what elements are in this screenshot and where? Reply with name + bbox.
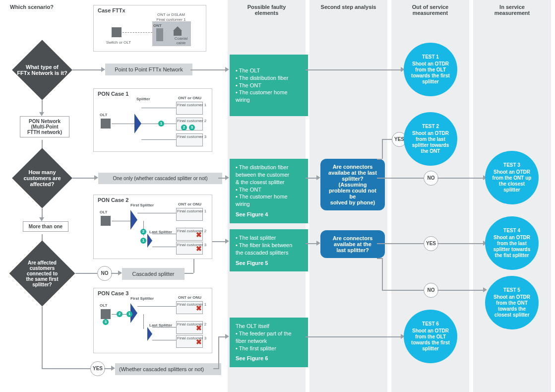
conn: [104, 368, 111, 369]
branch-p2p: Point to Point FTTx Network: [105, 64, 192, 75]
marker-icon: 2: [140, 229, 146, 235]
faulty-3: • The last splitter • The fiber link bet…: [230, 229, 308, 271]
arrow-icon: [483, 287, 487, 292]
arrow-icon: [225, 239, 229, 244]
branch-cascaded: Cascaded splitter: [122, 268, 185, 280]
label: ONT or ONU: [178, 295, 201, 300]
marker-icon: 1: [140, 238, 146, 244]
case-pon3-title: PON Case 3: [98, 290, 128, 296]
fault-icon: ✖: [196, 324, 202, 332]
label: Final customer 2: [177, 229, 206, 233]
marker-icon: 3: [189, 125, 195, 131]
faulty-2: • The distribution fiber between the cus…: [230, 159, 308, 223]
hdr-faulty: Possible faulty elements: [228, 4, 306, 16]
fiber-line: [141, 139, 176, 140]
faulty-1: • The OLT • The distribution fiber • The…: [230, 55, 308, 116]
label: Switch or OLT: [104, 40, 133, 45]
conn: [218, 336, 225, 337]
conn: [377, 258, 382, 259]
fiber-line: [137, 306, 176, 307]
hdr-second: Second step analysis: [309, 4, 387, 10]
branch-yes: YES: [90, 361, 105, 376]
faulty-4-see: See Figure 6: [236, 355, 302, 362]
test-3: TEST 3Shoot an OTDR from the ONT up the …: [485, 151, 539, 204]
olt-icon: [101, 119, 111, 129]
conn: [218, 178, 225, 179]
test-3-title: TEST 3: [493, 162, 532, 168]
arrow-icon: [225, 175, 229, 180]
fault-icon: ✖: [196, 338, 202, 346]
fault-icon: ✖: [196, 245, 202, 253]
fiber-line: [112, 221, 130, 221]
faulty-4: The OLT itself • The feeder part of the …: [230, 318, 308, 367]
splitter-icon: [147, 327, 152, 341]
conn: [72, 178, 94, 179]
fiber-line: [143, 314, 144, 329]
faulty-4-text: The OLT itself • The feeder part of the …: [236, 323, 302, 352]
conn: [382, 139, 383, 159]
test-6-title: TEST 6: [411, 321, 450, 327]
label: ONT or ONU: [178, 96, 201, 100]
branch-one-only: One only (whether cascaded splitter or n…: [98, 173, 222, 184]
label: Final customer 2: [177, 119, 206, 123]
olt-icon: [101, 309, 111, 319]
arrow-icon: [101, 67, 105, 72]
fiber-line: [141, 108, 176, 108]
hdr-in: In service measurement: [473, 4, 551, 16]
fiber-line: [152, 247, 176, 247]
label: Final customer 1: [177, 103, 206, 107]
conn: [382, 139, 392, 140]
fault-icon: ✖: [196, 304, 202, 312]
arrow-icon: [118, 270, 122, 275]
test-1: TEST 1Shoot an OTDR from the OLT towards…: [404, 43, 457, 96]
conn: [42, 307, 43, 368]
conn: [306, 178, 316, 179]
house-body-icon: [174, 31, 182, 36]
test-3-body: Shoot an OTDR from the ONT up the closes…: [493, 169, 532, 193]
test-5-title: TEST 5: [493, 287, 530, 293]
conn: [437, 243, 483, 244]
hdr-scenario: Which scenario?: [10, 4, 84, 10]
label: Final customer 1: [177, 302, 206, 307]
hdr-out: Out of service measurement: [391, 4, 469, 16]
conn: [42, 100, 43, 112]
case-pon2-title: PON Case 2: [98, 197, 128, 203]
case-pon1-title: PON Case 1: [98, 91, 128, 97]
fiber-line: [123, 32, 152, 33]
faulty-3-text: • The last splitter • The fiber link bet…: [236, 234, 302, 257]
decision-same-splitter-label: Are affected customers connected to the …: [16, 260, 68, 287]
test-2-title: TEST 2: [412, 124, 449, 130]
label: OLT: [100, 113, 107, 117]
label: First Splitter: [130, 203, 154, 207]
test-4-title: TEST 4: [493, 228, 530, 234]
conn: [185, 273, 193, 274]
case-fttx: Case FTTx ONT or DSLAM Final customer 1 …: [93, 5, 206, 52]
label: OLT: [100, 210, 107, 214]
case-pon2: PON Case 2 First Splitter ONT or ONU OLT…: [93, 195, 212, 259]
conn: [382, 290, 424, 291]
arrow-icon: [225, 334, 229, 339]
label: Final customer 3: [177, 243, 206, 247]
arrow-icon: [225, 67, 229, 72]
test-6: TEST 6Shoot an OTDR from the OLT towards…: [404, 310, 457, 363]
arrow-icon: [316, 175, 320, 180]
fiber-line: [137, 213, 176, 213]
second-step-2: Are connectors availabe at the last spli…: [320, 230, 385, 258]
decision-network-type-label: What type of FFTx Network is it?: [15, 64, 69, 76]
branch-yes: YES: [424, 236, 438, 251]
fault-icon: ✖: [196, 231, 202, 239]
conn: [377, 178, 424, 179]
test-1-body: Shoot an OTDR from the OLT towards the f…: [411, 61, 450, 84]
test-2-body: Shoot an OTDR from the last splitter tow…: [412, 131, 449, 154]
conn: [306, 69, 401, 70]
marker-icon: 2: [181, 125, 187, 131]
label: ONT: [153, 23, 162, 28]
arrow-icon: [316, 241, 320, 246]
conn: [111, 273, 118, 274]
case-pon3: PON Case 3 First Splitter ONT or ONU OLT…: [93, 288, 212, 353]
conn: [437, 178, 483, 179]
splitter-icon: [130, 210, 137, 230]
arrow-icon: [39, 217, 44, 221]
conn: [377, 243, 424, 244]
label: Splitter: [136, 97, 150, 101]
